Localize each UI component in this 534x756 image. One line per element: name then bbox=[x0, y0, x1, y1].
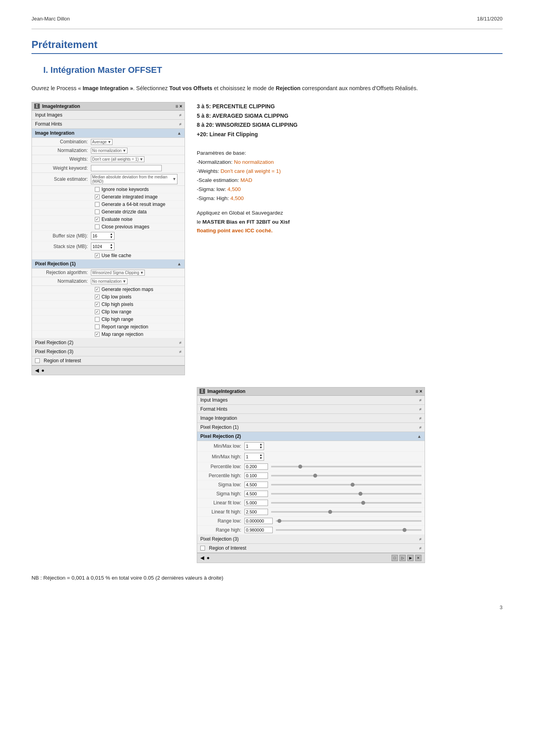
combination-select[interactable]: Average ▼ bbox=[91, 139, 113, 145]
date-label: 18/11/2020 bbox=[477, 16, 503, 22]
pixel-rejection-2-section[interactable]: Pixel Rejection (2) ≠ bbox=[32, 338, 185, 347]
percentile-low-value[interactable]: 0.200 bbox=[244, 463, 268, 470]
clip-low-pixels-checkbox[interactable]: ✓ bbox=[95, 295, 100, 299]
range-high-value[interactable]: 0.980000 bbox=[244, 527, 273, 533]
use-file-cache-checkbox[interactable]: ✓ bbox=[95, 253, 100, 258]
weights-label: Weights: bbox=[40, 156, 91, 162]
scale-estimator-select[interactable]: Median absolute deviation from the media… bbox=[91, 174, 177, 184]
generate-64bit-checkbox[interactable] bbox=[95, 202, 100, 207]
p2-pixel-rejection-1-row[interactable]: Pixel Rejection (1) ≠ bbox=[197, 423, 425, 432]
use-file-cache-row: ✓ Use file cache bbox=[32, 252, 185, 259]
params-heading: Paramètres de base: bbox=[197, 149, 503, 158]
percentile-high-thumb[interactable] bbox=[313, 474, 317, 478]
linear-fit-high-value[interactable]: 2.500 bbox=[244, 509, 268, 515]
sigma-high-thumb[interactable] bbox=[358, 492, 362, 496]
clip-high-range-checkbox[interactable] bbox=[95, 317, 100, 322]
p2-pixel-rejection-2-label: Pixel Rejection (2) bbox=[200, 434, 241, 439]
map-range-checkbox[interactable]: ✓ bbox=[95, 332, 100, 337]
range-high-track[interactable] bbox=[276, 529, 421, 531]
p2-input-images-label: Input Images bbox=[200, 397, 227, 403]
range-low-track[interactable] bbox=[276, 520, 421, 522]
note-line-1: 3 à 5: PERCENTILE CLIPPING bbox=[197, 102, 503, 111]
p2-pixel-rejection-2-row[interactable]: Pixel Rejection (2) ▲ bbox=[197, 432, 425, 441]
linear-fit-low-value[interactable]: 5.000 bbox=[244, 500, 268, 506]
ignore-noise-checkbox[interactable] bbox=[95, 187, 100, 192]
percentile-low-thumb[interactable] bbox=[298, 465, 302, 469]
panel1-close[interactable]: ≡ × bbox=[176, 104, 182, 109]
pixel-rejection-3-section[interactable]: Pixel Rejection (3) ≠ bbox=[32, 347, 185, 356]
pixel-rejection-1-row[interactable]: Pixel Rejection (1) ▲ bbox=[32, 259, 185, 269]
close-previous-checkbox[interactable] bbox=[95, 224, 100, 229]
report-range-row: Report range rejection bbox=[32, 323, 185, 331]
linear-fit-low-track[interactable] bbox=[271, 502, 421, 504]
percentile-low-track[interactable] bbox=[271, 466, 421, 467]
sigma-high-value[interactable]: 4.500 bbox=[244, 491, 268, 497]
sigma-low-value[interactable]: 4.500 bbox=[244, 482, 268, 488]
p2-dot-icon[interactable]: ● bbox=[207, 555, 210, 561]
clip-low-pixels-label: Clip low pixels bbox=[102, 294, 131, 300]
p2-arrow-icon[interactable]: ◀ bbox=[200, 555, 204, 561]
roi-label: Region of Interest bbox=[44, 358, 81, 363]
p2-close-icon[interactable]: ✕ bbox=[415, 555, 421, 561]
range-low-thumb[interactable] bbox=[277, 519, 281, 523]
sigma-low-label: Sigma low: bbox=[205, 482, 244, 487]
clip-high-pixels-checkbox[interactable]: ✓ bbox=[95, 302, 100, 307]
p2-input-images-row[interactable]: Input Images ≠ bbox=[197, 396, 425, 405]
p2-pixel-rejection-3-section[interactable]: Pixel Rejection (3) ≠ bbox=[197, 535, 425, 544]
evaluate-noise-checkbox[interactable]: ✓ bbox=[95, 217, 100, 222]
note-line-4: +20: Linear Fit Clipping bbox=[197, 130, 503, 139]
weights-select[interactable]: Don't care (all weights = 1) ▼ bbox=[91, 156, 144, 162]
image-integration-row[interactable]: Image Integration ▲ bbox=[32, 129, 185, 138]
p2-play-icon[interactable]: ▶ bbox=[407, 555, 414, 561]
generate-drizzle-checkbox[interactable] bbox=[95, 209, 100, 214]
sigma-low-thumb[interactable] bbox=[351, 483, 355, 487]
rejection-algorithm-select[interactable]: Winsorized Sigma Clipping ▼ bbox=[91, 270, 145, 276]
buffer-size-row: Buffer size (MB): 16 ▲▼ bbox=[32, 231, 185, 241]
weight-keyword-input[interactable] bbox=[91, 165, 162, 171]
p2-format-hints-row[interactable]: Format Hints ≠ bbox=[197, 405, 425, 414]
clip-low-range-checkbox[interactable]: ✓ bbox=[95, 309, 100, 314]
panel2-close[interactable]: ≡ × bbox=[416, 389, 422, 394]
minmax-low-row: Min/Max low: 1 ▲▼ bbox=[197, 441, 425, 452]
sigma-high-track[interactable] bbox=[271, 493, 421, 495]
sigma-low-track[interactable] bbox=[271, 484, 421, 485]
rejection-algorithm-label: Rejection algorithm: bbox=[40, 270, 91, 275]
minmax-high-spinner[interactable]: 1 ▲▼ bbox=[244, 453, 264, 461]
linear-fit-low-row: Linear fit low: 5.000 bbox=[197, 498, 425, 508]
linear-fit-high-track[interactable] bbox=[271, 511, 421, 513]
input-images-row[interactable]: Input Images ≠ bbox=[32, 111, 185, 120]
sigma-high-label: Sigma high: bbox=[205, 491, 244, 497]
region-of-interest-section[interactable]: Region of Interest bbox=[32, 356, 185, 365]
panel2-titlebar: Σ ImageIntegration ≡ × bbox=[197, 387, 425, 396]
normalization-arrow: ▼ bbox=[122, 148, 126, 153]
p2-save-icon[interactable]: □ bbox=[392, 555, 398, 561]
generate-integrated-checkbox[interactable]: ✓ bbox=[95, 195, 100, 199]
close-previous-label: Close previous images bbox=[102, 224, 149, 230]
linear-fit-high-thumb[interactable] bbox=[328, 510, 332, 514]
roi-checkbox[interactable] bbox=[35, 358, 40, 363]
p2-region-of-interest-section[interactable]: Region of Interest ≠ bbox=[197, 544, 425, 553]
range-low-value[interactable]: 0.000000 bbox=[244, 518, 273, 524]
use-file-cache-label: Use file cache bbox=[102, 253, 131, 258]
scale-estimator-arrow: ▼ bbox=[172, 177, 176, 181]
range-high-thumb[interactable] bbox=[403, 528, 407, 532]
p2-roi-checkbox[interactable] bbox=[200, 546, 205, 550]
input-images-label: Input Images bbox=[35, 112, 62, 118]
bottom-dot-icon[interactable]: ● bbox=[41, 367, 44, 373]
gen-rejection-maps-checkbox[interactable]: ✓ bbox=[95, 287, 100, 292]
stack-size-spinner[interactable]: 1024 ▲▼ bbox=[91, 243, 115, 250]
percentile-high-value[interactable]: 0.100 bbox=[244, 472, 268, 479]
report-range-checkbox[interactable] bbox=[95, 324, 100, 329]
normalization2-select[interactable]: No normalization ▼ bbox=[91, 278, 127, 284]
percentile-high-track[interactable] bbox=[271, 475, 421, 476]
evaluate-noise-row: ✓ Evaluate noise bbox=[32, 216, 185, 223]
p2-load-icon[interactable]: ▷ bbox=[399, 555, 406, 561]
linear-fit-low-thumb[interactable] bbox=[361, 501, 365, 505]
normalization-select[interactable]: No normalization ▼ bbox=[91, 148, 127, 154]
bottom-arrow-icon[interactable]: ◀ bbox=[35, 367, 39, 373]
combination-arrow: ▼ bbox=[107, 140, 111, 144]
p2-image-integration-row[interactable]: Image Integration ≠ bbox=[197, 414, 425, 423]
minmax-low-spinner[interactable]: 1 ▲▼ bbox=[244, 442, 264, 450]
buffer-size-spinner[interactable]: 16 ▲▼ bbox=[91, 232, 115, 240]
format-hints-row[interactable]: Format Hints ≠ bbox=[32, 120, 185, 129]
